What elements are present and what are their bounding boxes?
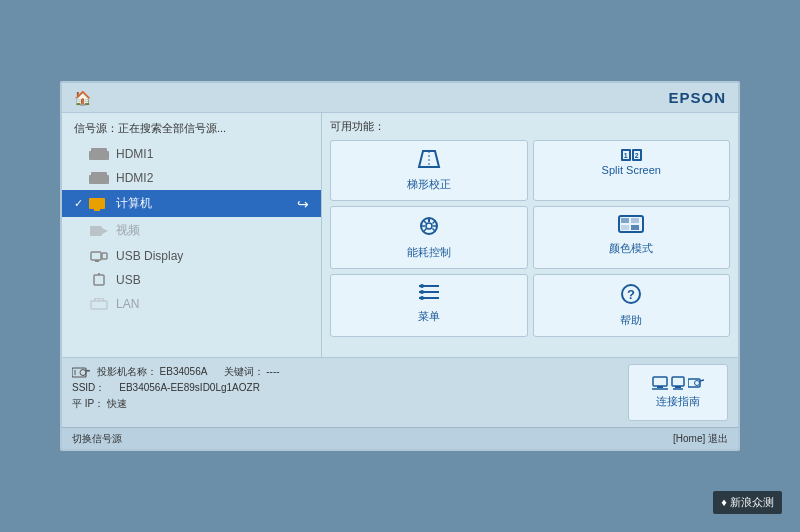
source-label-hdmi1: HDMI1 — [116, 147, 153, 161]
projector-name-row: 投影机名称： EB34056A 关键词： ---- — [72, 364, 620, 380]
svg-point-24 — [426, 223, 432, 229]
lan-icon — [90, 298, 108, 310]
func-help[interactable]: ? 帮助 — [533, 274, 731, 337]
color-mode-icon — [618, 215, 644, 238]
func-split-screen[interactable]: 1 2 Split Screen — [533, 140, 731, 201]
source-label-hdmi2: HDMI2 — [116, 171, 153, 185]
svg-rect-51 — [657, 386, 663, 388]
svg-line-31 — [423, 229, 426, 232]
source-item-lan[interactable]: LAN — [62, 292, 321, 316]
usb-display-icon — [90, 250, 108, 262]
svg-rect-34 — [631, 218, 639, 223]
footer: 投影机名称： EB34056A 关键词： ---- SSID： EB34056A… — [62, 357, 738, 427]
svg-line-57 — [700, 380, 704, 381]
footer-info: 投影机名称： EB34056A 关键词： ---- SSID： EB34056A… — [72, 364, 620, 421]
source-item-computer[interactable]: ✓ 计算机 ↪ — [62, 190, 321, 217]
brand-label: EPSON — [668, 89, 726, 106]
nav-arrow-icon: ↪ — [297, 196, 309, 212]
header: 🏠 EPSON — [62, 83, 738, 113]
source-label-computer: 计算机 — [116, 195, 152, 212]
left-panel: 信号源：正在搜索全部信号源... HDMI1 — [62, 113, 322, 357]
func-menu[interactable]: 菜单 — [330, 274, 528, 337]
connect-guide-button[interactable]: 连接指南 — [628, 364, 728, 421]
projector-name-label: 投影机名称： — [97, 366, 157, 377]
home-icon[interactable]: 🏠 — [74, 90, 91, 106]
help-icon: ? — [620, 283, 642, 310]
svg-rect-10 — [95, 260, 99, 262]
ssid-row: SSID： EB34056A-EE89sID0Lg1AOZR — [72, 380, 620, 396]
projector-name-value: EB34056A — [160, 366, 207, 377]
func-help-label: 帮助 — [620, 313, 642, 328]
trapezoid-icon — [415, 149, 443, 174]
func-power-control[interactable]: 能耗控制 — [330, 206, 528, 269]
svg-rect-52 — [672, 377, 684, 386]
ssid-label: SSID： — [72, 382, 105, 393]
svg-rect-2 — [89, 175, 109, 184]
monitor-connect-icon — [671, 376, 685, 390]
func-color-mode[interactable]: 颜色模式 — [533, 206, 731, 269]
svg-text:?: ? — [627, 287, 635, 302]
svg-rect-15 — [91, 301, 107, 309]
svg-rect-5 — [94, 209, 100, 211]
svg-point-56 — [695, 381, 700, 386]
watermark: ♦ 新浪众测 — [713, 491, 782, 514]
source-item-video[interactable]: 视频 — [62, 217, 321, 244]
connect-icons — [652, 376, 704, 390]
functions-label: 可用功能： — [330, 119, 730, 134]
svg-marker-8 — [102, 228, 108, 234]
func-split-screen-label: Split Screen — [602, 164, 661, 176]
source-label-lan: LAN — [116, 297, 139, 311]
menu-icon — [417, 283, 441, 306]
right-panel: 可用功能： 梯形校正 1 — [322, 113, 738, 357]
svg-rect-11 — [102, 253, 107, 259]
svg-rect-33 — [621, 218, 629, 223]
projector-connect-icon — [688, 376, 704, 390]
svg-rect-9 — [91, 252, 101, 260]
source-label-usb-display: USB Display — [116, 249, 183, 263]
func-trapezoid-label: 梯形校正 — [407, 177, 451, 192]
svg-rect-0 — [89, 151, 109, 160]
svg-rect-12 — [94, 275, 104, 285]
svg-rect-7 — [90, 226, 102, 236]
svg-line-26 — [432, 221, 435, 224]
source-label-usb: USB — [116, 273, 141, 287]
main-content: 信号源：正在搜索全部信号源... HDMI1 — [62, 113, 738, 357]
hdmi1-icon — [89, 148, 109, 160]
keyword-value: ---- — [266, 366, 279, 377]
svg-rect-47 — [86, 370, 90, 372]
computer-icon — [88, 197, 110, 211]
func-power-control-label: 能耗控制 — [407, 245, 451, 260]
signal-label: 信号源：正在搜索全部信号源... — [62, 119, 321, 142]
svg-point-40 — [420, 284, 424, 288]
bottom-left-label: 切换信号源 — [72, 432, 122, 446]
svg-rect-4 — [89, 198, 105, 209]
hdmi2-icon — [89, 172, 109, 184]
ip-value: 快速 — [107, 398, 127, 409]
source-item-usb-display[interactable]: USB Display — [62, 244, 321, 268]
svg-rect-3 — [91, 172, 107, 176]
functions-grid: 梯形校正 1 2 Split Screen — [330, 140, 730, 337]
func-trapezoid[interactable]: 梯形校正 — [330, 140, 528, 201]
bottom-bar: 切换信号源 [Home] 退出 — [62, 427, 738, 449]
source-item-hdmi2[interactable]: HDMI2 — [62, 166, 321, 190]
source-item-hdmi1[interactable]: HDMI1 — [62, 142, 321, 166]
ssid-value: EB34056A-EE89sID0Lg1AOZR — [119, 382, 260, 393]
svg-rect-35 — [621, 225, 629, 230]
svg-point-41 — [420, 290, 424, 294]
svg-line-28 — [432, 229, 435, 232]
func-color-mode-label: 颜色模式 — [609, 241, 653, 256]
keyword-label: 关键词： — [224, 366, 264, 377]
check-icon: ✓ — [74, 197, 88, 210]
split-screen-icon: 1 2 — [621, 149, 642, 161]
laptop-connect-icon — [652, 376, 668, 390]
svg-rect-49 — [653, 377, 667, 386]
source-item-usb[interactable]: USB — [62, 268, 321, 292]
bottom-right-label: [Home] 退出 — [673, 432, 728, 446]
svg-point-42 — [420, 296, 424, 300]
svg-rect-36 — [631, 225, 639, 230]
power-control-icon — [418, 215, 440, 242]
ip-row: 平 IP： 快速 — [72, 396, 620, 412]
source-label-video: 视频 — [116, 222, 140, 239]
connect-guide-label: 连接指南 — [656, 394, 700, 409]
svg-rect-53 — [675, 386, 681, 388]
